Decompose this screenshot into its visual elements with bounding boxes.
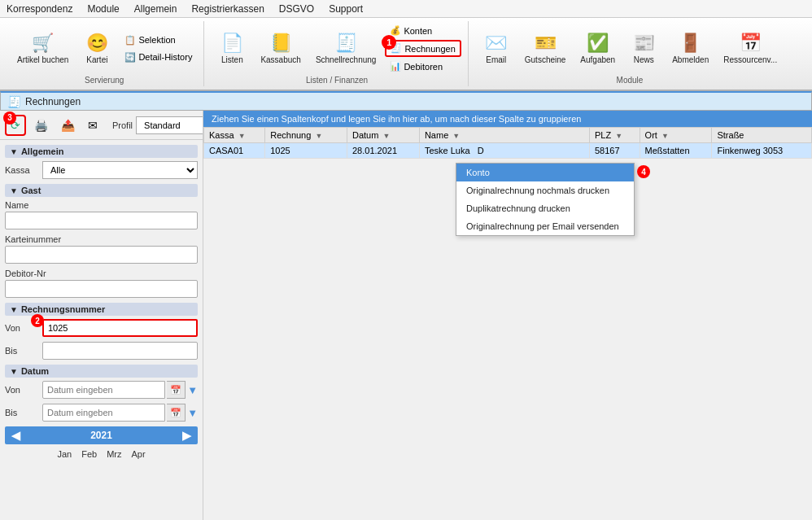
gutscheine-label: Gutscheine: [525, 55, 566, 64]
table-row[interactable]: CASA01 1025 28.01.2021 Teske Luka D 5816…: [204, 143, 812, 159]
col-rechnung[interactable]: Rechnung ▼: [265, 128, 347, 143]
datum-bis-filter-icon[interactable]: ▼: [187, 407, 198, 419]
ressourcen-button[interactable]: 📅 Ressourcenv...: [718, 28, 783, 68]
print-button[interactable]: 🖨️: [29, 116, 53, 135]
context-menu: Konto 4 Originalrechnung nochmals drucke…: [456, 163, 635, 236]
export-button[interactable]: 📤: [56, 116, 80, 135]
datum-bis-input[interactable]: [42, 404, 165, 422]
abmelden-icon: 🚪: [679, 33, 701, 54]
email-label: Email: [486, 55, 506, 64]
kartei-button[interactable]: 😊 Kartei: [77, 28, 116, 68]
cell-plz: 58167: [589, 143, 640, 159]
rechnungsnummer-arrow-icon: ▼: [10, 305, 18, 314]
delete-icon: ✉: [88, 119, 98, 132]
ribbon-buttons-servierung: 🛒 Artikel buchen 😊 Kartei 📋 Selektion 🔄 …: [11, 21, 197, 76]
ribbon-buttons-listen-finanzen: 📄 Listen 📒 Kassabuch 🧾 Schnellrechnung 💰…: [212, 21, 461, 76]
schnellrechnung-button[interactable]: 🧾 Schnellrechnung: [310, 28, 382, 68]
name-input[interactable]: [5, 212, 198, 229]
selektion-label: Selektion: [138, 35, 175, 45]
col-kassa[interactable]: Kassa ▼: [204, 128, 265, 143]
bis-label: Bis: [5, 346, 37, 356]
name-field-row: Name: [5, 200, 198, 229]
month-mrz[interactable]: Mrz: [103, 448, 124, 461]
year-prev-icon[interactable]: ◀: [11, 429, 20, 442]
col-ort[interactable]: Ort ▼: [640, 128, 712, 143]
month-apr[interactable]: Apr: [128, 448, 148, 461]
listen-icon: 📄: [221, 33, 243, 54]
year-next-icon[interactable]: ▶: [182, 429, 191, 442]
col-plz[interactable]: PLZ ▼: [589, 128, 640, 143]
schnellrechnung-label: Schnellrechnung: [316, 55, 377, 64]
menu-item-registrierkassen[interactable]: Registrierkassen: [191, 3, 264, 15]
menu-item-support[interactable]: Support: [329, 3, 363, 15]
news-button[interactable]: 📰 News: [624, 28, 663, 68]
karteinummer-input[interactable]: [5, 246, 198, 264]
aufgaben-button[interactable]: ✅ Aufgaben: [574, 28, 621, 68]
rechnungen-label: Rechnungen: [404, 44, 455, 54]
gast-section-header[interactable]: ▼ Gast: [5, 184, 198, 197]
allgemein-section-header[interactable]: ▼ Allgemein: [5, 145, 198, 158]
cell-datum: 28.01.2021: [347, 143, 419, 159]
menu-item-module[interactable]: Module: [87, 3, 119, 15]
profile-select[interactable]: Standard: [136, 116, 203, 134]
abmelden-label: Abmelden: [672, 55, 709, 64]
delete-button[interactable]: ✉: [83, 116, 103, 135]
datum-von-row: Von 📅 ▼: [5, 381, 198, 399]
artikel-buchen-button[interactable]: 🛒 Artikel buchen: [11, 28, 74, 68]
col-rechnung-label: Rechnung: [270, 130, 311, 140]
von-input[interactable]: [42, 319, 198, 337]
col-name[interactable]: Name ▼: [419, 128, 589, 143]
debitor-nr-field-label: Debitor-Nr: [5, 269, 198, 278]
menu-item-korrespondenz[interactable]: Korrespondenz: [7, 3, 72, 15]
window-titlebar: 🧾 Rechnungen: [0, 91, 812, 111]
cell-kassa: CASA01: [204, 143, 265, 159]
debitoren-button[interactable]: 📊 Debitoren: [385, 59, 461, 74]
servierung-group-label: Servierung: [85, 76, 124, 86]
kassa-select[interactable]: Alle: [42, 161, 198, 179]
konten-icon: 💰: [390, 25, 401, 36]
menu-item-allgemein[interactable]: Allgemein: [134, 3, 177, 15]
email-button[interactable]: ✉️ Email: [477, 28, 516, 68]
col-datum[interactable]: Datum ▼: [347, 128, 419, 143]
data-table: Kassa ▼ Rechnung ▼ Datum ▼ Name: [203, 127, 812, 159]
abmelden-button[interactable]: 🚪 Abmelden: [666, 28, 714, 68]
year-nav[interactable]: ◀ 2021 ▶: [5, 426, 198, 444]
debitor-nr-input[interactable]: [5, 280, 198, 298]
context-menu-item-duplikatrechnung[interactable]: Duplikatrechnung drucken: [456, 199, 634, 217]
listen-button[interactable]: 📄 Listen: [212, 28, 251, 68]
datum-von-input[interactable]: [42, 381, 165, 399]
rechnungsnummer-section-header[interactable]: ▼ Rechnungsnummer: [5, 303, 198, 316]
datum-section-header[interactable]: ▼ Datum: [5, 365, 198, 378]
refresh-button[interactable]: ⟳ 3: [5, 115, 26, 136]
context-originalrechnung-nochmals-label: Originalrechnung nochmals drucken: [466, 186, 609, 195]
month-jan[interactable]: Jan: [54, 448, 75, 461]
detail-history-button[interactable]: 🔄 Detail-History: [120, 50, 197, 65]
context-menu-item-originalrechnung-email[interactable]: Originalrechnung per Email versenden: [456, 217, 634, 235]
datum-von-calendar-button[interactable]: 📅: [167, 381, 186, 399]
month-feb[interactable]: Feb: [78, 448, 100, 461]
detail-history-label: Detail-History: [138, 52, 192, 62]
bis-input[interactable]: [42, 342, 198, 360]
kartei-label: Kartei: [86, 55, 107, 64]
menu-item-dsgvo[interactable]: DSGVO: [279, 3, 314, 15]
gast-section-label: Gast: [21, 186, 41, 195]
selektion-button[interactable]: 📋 Selektion: [120, 33, 197, 48]
datum-von-filter-icon[interactable]: ▼: [187, 384, 198, 396]
kassabuch-icon: 📒: [270, 33, 292, 54]
col-plz-sort-icon: ▼: [615, 132, 622, 140]
gutscheine-button[interactable]: 🎫 Gutscheine: [519, 28, 572, 68]
kassabuch-button[interactable]: 📒 Kassabuch: [255, 28, 306, 68]
ribbon-col-konten-rechnungen: 💰 Konten 🧾 Rechnungen 1 📊 Debitoren: [385, 23, 461, 74]
context-menu-item-konto[interactable]: Konto 4: [456, 164, 634, 181]
profile-label: Profil: [112, 120, 133, 130]
context-menu-item-originalrechnung-nochmals[interactable]: Originalrechnung nochmals drucken: [456, 181, 634, 199]
cell-strasse: Finkenweg 3053: [712, 143, 812, 159]
group-hint-bar: Ziehen Sie einen Spaltenkopf und legen S…: [203, 111, 812, 127]
main-layout: ⟳ 3 🖨️ 📤 ✉ Profil Standard 💾 📋: [0, 111, 812, 520]
news-label: News: [634, 55, 654, 64]
col-strasse[interactable]: Straße: [712, 128, 812, 143]
konten-button[interactable]: 💰 Konten: [385, 23, 461, 38]
datum-bis-calendar-button[interactable]: 📅: [167, 404, 186, 422]
rechnungen-button[interactable]: 🧾 Rechnungen 1: [385, 40, 461, 57]
col-datum-sort-icon: ▼: [382, 132, 390, 140]
